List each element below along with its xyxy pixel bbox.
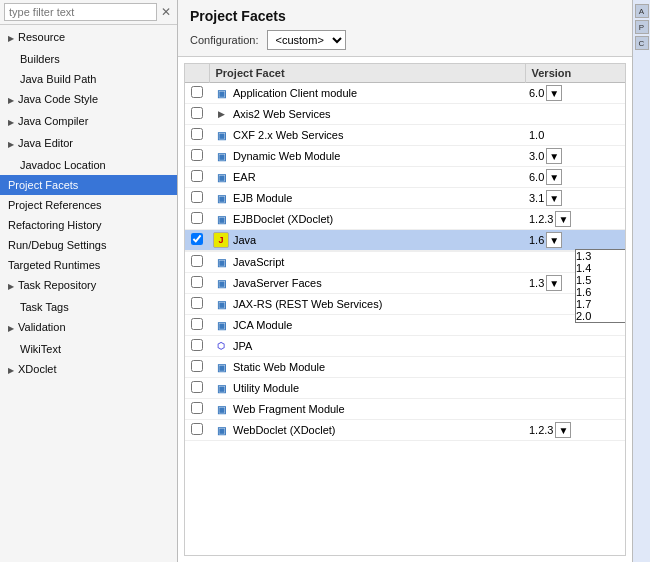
version-dropdown-button[interactable]: ▼ <box>546 85 562 101</box>
filter-input[interactable] <box>4 3 157 21</box>
right-panel-button[interactable]: P <box>635 20 649 34</box>
table-row: ▣Application Client module6.0▼ <box>185 83 625 104</box>
sidebar-item-javadoc-location[interactable]: Javadoc Location <box>0 155 177 175</box>
sidebar-item-resource[interactable]: ▶ Resource <box>0 27 177 49</box>
version-dropdown-button[interactable]: ▼ <box>546 275 562 291</box>
dropdown-option[interactable]: 1.6 <box>576 286 626 298</box>
facet-label: Web Fragment Module <box>233 403 345 415</box>
checkbox-cell <box>185 146 209 167</box>
facet-name-cell: ▣JavaServer Faces <box>209 273 525 294</box>
checkbox-cell <box>185 357 209 378</box>
dropdown-option[interactable]: 2.0 <box>576 310 626 322</box>
checkbox-cell <box>185 167 209 188</box>
sidebar-item-java-code-style[interactable]: ▶ Java Code Style <box>0 89 177 111</box>
facet-type-icon: ▣ <box>213 169 229 185</box>
checkbox-cell <box>185 230 209 251</box>
version-dropdown-button[interactable]: ▼ <box>546 148 562 164</box>
sidebar-item-task-repository[interactable]: ▶ Task Repository <box>0 275 177 297</box>
version-dropdown-button[interactable]: ▼ <box>546 169 562 185</box>
expand-arrow-icon: ▶ <box>8 31 18 47</box>
sidebar-item-java-build-path[interactable]: Java Build Path <box>0 69 177 89</box>
checkbox-cell <box>185 336 209 357</box>
facet-checkbox[interactable] <box>191 423 203 435</box>
version-dropdown-button[interactable]: ▼ <box>546 232 562 248</box>
version-dropdown-button[interactable]: ▼ <box>555 422 571 438</box>
sidebar-item-validation[interactable]: ▶ Validation <box>0 317 177 339</box>
config-label: Configuration: <box>190 34 259 46</box>
expand-arrow-icon: ▶ <box>8 363 18 379</box>
facet-checkbox[interactable] <box>191 86 203 98</box>
facet-label: JavaServer Faces <box>233 277 322 289</box>
facet-checkbox[interactable] <box>191 128 203 140</box>
table-row: ▣Web Fragment Module <box>185 399 625 420</box>
right-panel: APC <box>632 0 650 562</box>
facet-version-cell <box>525 399 625 420</box>
facet-checkbox[interactable] <box>191 107 203 119</box>
sidebar-item-label: Validation <box>18 321 66 333</box>
version-value: 3.1 <box>529 192 544 204</box>
col-header-facet: Project Facet <box>209 64 525 83</box>
version-dropdown-button[interactable]: ▼ <box>555 211 571 227</box>
facet-version-cell: 1.2.3▼ <box>525 209 625 230</box>
facet-checkbox[interactable] <box>191 170 203 182</box>
facet-version-cell: 3.1▼ <box>525 188 625 209</box>
facet-version-cell: 1.6▼ <box>525 230 625 251</box>
config-select[interactable]: <custom> <box>267 30 346 50</box>
facet-type-icon: ▣ <box>213 148 229 164</box>
sidebar-item-project-facets[interactable]: Project Facets <box>0 175 177 195</box>
expand-arrow-icon: ▶ <box>8 93 18 109</box>
version-value: 6.0 <box>529 87 544 99</box>
facet-checkbox[interactable] <box>191 381 203 393</box>
facet-checkbox[interactable] <box>191 360 203 372</box>
dropdown-option[interactable]: 1.3 <box>576 250 626 262</box>
sidebar-item-wikitext[interactable]: WikiText <box>0 339 177 359</box>
table-row: ▣JCA Module <box>185 315 625 336</box>
version-dropdown-button[interactable]: ▼ <box>546 190 562 206</box>
sidebar-item-xdoclet[interactable]: ▶ XDoclet <box>0 359 177 381</box>
main-header: Project Facets Configuration: <custom> <box>178 0 632 57</box>
right-panel-button[interactable]: C <box>635 36 649 50</box>
main-content: Project Facets Configuration: <custom> P… <box>178 0 632 562</box>
facet-type-icon: ▣ <box>213 359 229 375</box>
facet-type-icon: ▣ <box>213 296 229 312</box>
sidebar-item-project-references[interactable]: Project References <box>0 195 177 215</box>
facet-name-cell: ⬡JPA <box>209 336 525 357</box>
facet-type-icon: ▣ <box>213 85 229 101</box>
version-dropdown-popup: 1.31.41.51.61.72.0 <box>575 249 626 323</box>
facet-checkbox[interactable] <box>191 212 203 224</box>
table-row: ▣WebDoclet (XDoclet)1.2.3▼ <box>185 420 625 441</box>
dropdown-option[interactable]: 1.7 <box>576 298 626 310</box>
facet-checkbox[interactable] <box>191 233 203 245</box>
facet-type-icon: ▣ <box>213 422 229 438</box>
sidebar-item-targeted-runtimes[interactable]: Targeted Runtimes <box>0 255 177 275</box>
sidebar-item-task-tags[interactable]: Task Tags <box>0 297 177 317</box>
sidebar-item-java-editor[interactable]: ▶ Java Editor <box>0 133 177 155</box>
table-row: ▣JAX-RS (REST Web Services) <box>185 294 625 315</box>
facet-checkbox[interactable] <box>191 276 203 288</box>
facet-checkbox[interactable] <box>191 318 203 330</box>
facet-label: Axis2 Web Services <box>233 108 331 120</box>
facet-label: JavaScript <box>233 256 284 268</box>
facet-checkbox[interactable] <box>191 402 203 414</box>
right-panel-button[interactable]: A <box>635 4 649 18</box>
facet-label: CXF 2.x Web Services <box>233 129 343 141</box>
facet-type-icon: ▣ <box>213 275 229 291</box>
expand-arrow-icon: ▶ <box>8 279 18 295</box>
facet-checkbox[interactable] <box>191 149 203 161</box>
col-header-checkbox <box>185 64 209 83</box>
sidebar-item-builders[interactable]: Builders <box>0 49 177 69</box>
facet-checkbox[interactable] <box>191 297 203 309</box>
facet-checkbox[interactable] <box>191 191 203 203</box>
table-row: ▣EAR6.0▼ <box>185 167 625 188</box>
sidebar-item-java-compiler[interactable]: ▶ Java Compiler <box>0 111 177 133</box>
sidebar-item-refactoring-history[interactable]: Refactoring History <box>0 215 177 235</box>
facet-label: JAX-RS (REST Web Services) <box>233 298 382 310</box>
facet-checkbox[interactable] <box>191 339 203 351</box>
dropdown-option[interactable]: 1.4 <box>576 262 626 274</box>
facet-checkbox[interactable] <box>191 255 203 267</box>
clear-filter-button[interactable]: ✕ <box>159 5 173 19</box>
facet-version-cell: 1.0 <box>525 125 625 146</box>
sidebar-item-run-debug-settings[interactable]: Run/Debug Settings <box>0 235 177 255</box>
facet-label: EJB Module <box>233 192 292 204</box>
dropdown-option[interactable]: 1.5 <box>576 274 626 286</box>
